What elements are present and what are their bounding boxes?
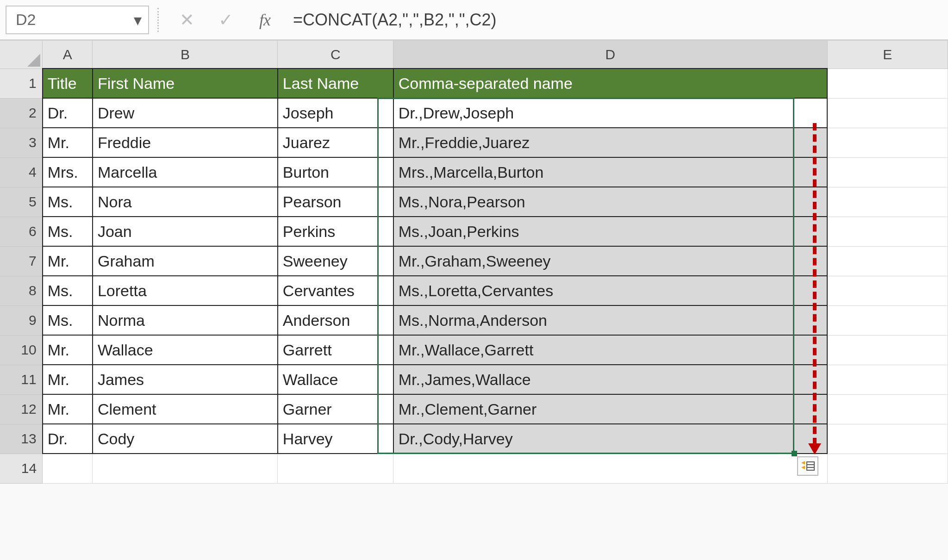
row-header-9[interactable]: 9 bbox=[0, 305, 43, 335]
cell-E3[interactable] bbox=[827, 128, 948, 157]
row-header-2[interactable]: 2 bbox=[0, 98, 43, 128]
enter-button[interactable]: ✓ bbox=[210, 7, 242, 33]
cell-D11[interactable]: Mr.,James,Wallace bbox=[393, 365, 827, 394]
cell-B8[interactable]: Loretta bbox=[93, 276, 278, 305]
row-header-3[interactable]: 3 bbox=[0, 128, 43, 157]
row-header-14[interactable]: 14 bbox=[0, 454, 43, 483]
cell-E4[interactable] bbox=[827, 157, 948, 187]
col-header-A[interactable]: A bbox=[43, 41, 93, 68]
fill-handle[interactable] bbox=[792, 451, 797, 456]
row-header-4[interactable]: 4 bbox=[0, 157, 43, 187]
cell-B6[interactable]: Joan bbox=[93, 217, 278, 246]
row-header-7[interactable]: 7 bbox=[0, 246, 43, 276]
cell-D5[interactable]: Ms.,Nora,Pearson bbox=[393, 187, 827, 217]
cell-E12[interactable] bbox=[827, 394, 948, 424]
row-header-12[interactable]: 12 bbox=[0, 394, 43, 424]
cell-D7[interactable]: Mr.,Graham,Sweeney bbox=[393, 246, 827, 276]
row-header-13[interactable]: 13 bbox=[0, 424, 43, 454]
cell-A6[interactable]: Ms. bbox=[43, 217, 93, 246]
name-box[interactable]: D2 ▾ bbox=[6, 6, 149, 34]
cell-C2[interactable]: Joseph bbox=[278, 98, 393, 128]
select-all-corner[interactable] bbox=[0, 41, 43, 68]
cell-B14[interactable] bbox=[93, 454, 278, 483]
col-header-B[interactable]: B bbox=[93, 41, 278, 68]
cell-B12[interactable]: Clement bbox=[93, 394, 278, 424]
cell-A2[interactable]: Dr. bbox=[43, 98, 93, 128]
cell-C11[interactable]: Wallace bbox=[278, 365, 393, 394]
table-header-concat[interactable]: Comma-separated name bbox=[393, 68, 827, 98]
row-header-5[interactable]: 5 bbox=[0, 187, 43, 217]
cell-B9[interactable]: Norma bbox=[93, 305, 278, 335]
table-header-title[interactable]: Title bbox=[43, 68, 93, 98]
cell-B13[interactable]: Cody bbox=[93, 424, 278, 454]
cancel-button[interactable]: ✕ bbox=[171, 7, 203, 33]
cell-A5[interactable]: Ms. bbox=[43, 187, 93, 217]
cell-E9[interactable] bbox=[827, 305, 948, 335]
cell-C7[interactable]: Sweeney bbox=[278, 246, 393, 276]
cell-D9[interactable]: Ms.,Norma,Anderson bbox=[393, 305, 827, 335]
cell-D6[interactable]: Ms.,Joan,Perkins bbox=[393, 217, 827, 246]
row-header-10[interactable]: 10 bbox=[0, 335, 43, 365]
autofill-options-button[interactable] bbox=[797, 456, 818, 476]
cell-B3[interactable]: Freddie bbox=[93, 128, 278, 157]
cell-C4[interactable]: Burton bbox=[278, 157, 393, 187]
cell-C13[interactable]: Harvey bbox=[278, 424, 393, 454]
cell-D14[interactable] bbox=[393, 454, 827, 483]
cell-C9[interactable]: Anderson bbox=[278, 305, 393, 335]
cell-D12[interactable]: Mr.,Clement,Garner bbox=[393, 394, 827, 424]
cell-B7[interactable]: Graham bbox=[93, 246, 278, 276]
cell-B11[interactable]: James bbox=[93, 365, 278, 394]
insert-function-button[interactable]: fx bbox=[249, 7, 281, 33]
cell-A7[interactable]: Mr. bbox=[43, 246, 93, 276]
cell-D2[interactable]: Dr.,Drew,Joseph bbox=[393, 98, 827, 128]
cell-D10[interactable]: Mr.,Wallace,Garrett bbox=[393, 335, 827, 365]
row-header-11[interactable]: 11 bbox=[0, 365, 43, 394]
cell-E13[interactable] bbox=[827, 424, 948, 454]
worksheet-grid[interactable]: ABCDE 1TitleFirst NameLast NameComma-sep… bbox=[0, 41, 948, 484]
cell-E2[interactable] bbox=[827, 98, 948, 128]
formula-input[interactable] bbox=[287, 6, 942, 33]
cell-A13[interactable]: Dr. bbox=[43, 424, 93, 454]
cell-C5[interactable]: Pearson bbox=[278, 187, 393, 217]
cell-E10[interactable] bbox=[827, 335, 948, 365]
cell-C10[interactable]: Garrett bbox=[278, 335, 393, 365]
cell-C8[interactable]: Cervantes bbox=[278, 276, 393, 305]
cell-C14[interactable] bbox=[278, 454, 393, 483]
cell-E7[interactable] bbox=[827, 246, 948, 276]
cell-E5[interactable] bbox=[827, 187, 948, 217]
cell-A11[interactable]: Mr. bbox=[43, 365, 93, 394]
cell-E1[interactable] bbox=[827, 68, 948, 98]
chevron-down-icon[interactable]: ▾ bbox=[134, 11, 142, 29]
cell-B5[interactable]: Nora bbox=[93, 187, 278, 217]
name-box-value: D2 bbox=[16, 11, 36, 29]
cell-B4[interactable]: Marcella bbox=[93, 157, 278, 187]
cell-B2[interactable]: Drew bbox=[93, 98, 278, 128]
cell-E11[interactable] bbox=[827, 365, 948, 394]
cell-B10[interactable]: Wallace bbox=[93, 335, 278, 365]
cell-A10[interactable]: Mr. bbox=[43, 335, 93, 365]
cell-C12[interactable]: Garner bbox=[278, 394, 393, 424]
col-header-E[interactable]: E bbox=[827, 41, 948, 68]
col-header-D[interactable]: D bbox=[393, 41, 827, 68]
cell-A12[interactable]: Mr. bbox=[43, 394, 93, 424]
cell-A4[interactable]: Mrs. bbox=[43, 157, 93, 187]
cell-C6[interactable]: Perkins bbox=[278, 217, 393, 246]
col-header-C[interactable]: C bbox=[278, 41, 393, 68]
cell-E14[interactable] bbox=[827, 454, 948, 483]
row-header-6[interactable]: 6 bbox=[0, 217, 43, 246]
table-header-last-name[interactable]: Last Name bbox=[278, 68, 393, 98]
cell-D8[interactable]: Ms.,Loretta,Cervantes bbox=[393, 276, 827, 305]
cell-D3[interactable]: Mr.,Freddie,Juarez bbox=[393, 128, 827, 157]
cell-A14[interactable] bbox=[43, 454, 93, 483]
cell-D13[interactable]: Dr.,Cody,Harvey bbox=[393, 424, 827, 454]
cell-A9[interactable]: Ms. bbox=[43, 305, 93, 335]
cell-E6[interactable] bbox=[827, 217, 948, 246]
cell-A8[interactable]: Ms. bbox=[43, 276, 93, 305]
cell-E8[interactable] bbox=[827, 276, 948, 305]
cell-A3[interactable]: Mr. bbox=[43, 128, 93, 157]
cell-D4[interactable]: Mrs.,Marcella,Burton bbox=[393, 157, 827, 187]
row-header-1[interactable]: 1 bbox=[0, 68, 43, 98]
row-header-8[interactable]: 8 bbox=[0, 276, 43, 305]
table-header-first-name[interactable]: First Name bbox=[93, 68, 278, 98]
cell-C3[interactable]: Juarez bbox=[278, 128, 393, 157]
